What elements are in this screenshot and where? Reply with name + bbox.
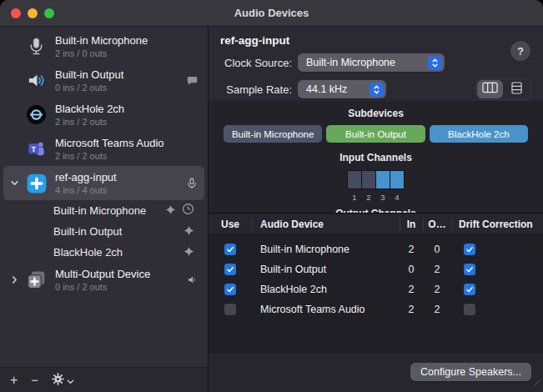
titlebar[interactable]: Audio Devices (0, 0, 543, 27)
channels-section: Subdevices Built-in Microphone Built-in … (209, 101, 543, 213)
audio-devices-window: Audio Devices Built-in Microphone 2 ins … (0, 0, 543, 392)
subdevice-item-built-in-microphone[interactable]: Built-in Microphone (3, 200, 204, 221)
help-button[interactable]: ? (511, 42, 530, 60)
device-name: Multi-Output Device (55, 267, 184, 281)
subdevice-item-built-in-output[interactable]: Built-in Output (3, 221, 204, 242)
device-name: Built-in Output (55, 68, 184, 82)
add-device-button[interactable]: + (10, 374, 18, 387)
sidebar-item-multi-output-device[interactable]: Multi-Output Device 0 ins / 2 outs (3, 263, 204, 297)
speaker-badge-icon (187, 274, 198, 285)
clock-icon (182, 203, 194, 219)
aggregate-device-icon (25, 172, 48, 194)
selected-device-title: ref-agg-input (220, 34, 531, 47)
row-device-name: Microsoft Teams Audio (252, 304, 400, 315)
actions-menu-button[interactable] (52, 373, 74, 388)
row-in-count: 2 (400, 304, 423, 315)
fullscreen-button[interactable] (44, 8, 54, 18)
subdevice-chip-blackhole-2ch[interactable]: BlackHole 2ch (430, 125, 528, 143)
drift-icon (165, 204, 176, 219)
configure-speakers-button[interactable]: Configure Speakers... (410, 363, 531, 381)
row-out-count: 0 (423, 244, 451, 255)
subdevice-name: Built-in Microphone (53, 204, 165, 217)
row-out-count: 2 (423, 284, 451, 295)
row-in-count: 2 (400, 284, 423, 295)
use-checkbox[interactable] (224, 304, 236, 315)
sidebar-item-microsoft-teams-audio[interactable]: T Microsoft Teams Audio 2 ins / 2 outs (3, 132, 204, 166)
use-checkbox[interactable] (224, 244, 236, 255)
resize-handle[interactable] (533, 375, 541, 390)
microphone-badge-icon (186, 178, 198, 189)
clock-source-popup[interactable]: Built-in Microphone (298, 53, 445, 72)
chat-bubble-icon (187, 75, 198, 86)
column-header-audio-device[interactable]: Audio Device (252, 214, 400, 235)
clock-source-label: Clock Source: (220, 57, 292, 69)
column-view-button[interactable] (477, 80, 503, 98)
device-detail: 2 ins / 0 outs (55, 48, 198, 59)
subdevice-chip-built-in-microphone[interactable]: Built-in Microphone (224, 125, 322, 143)
sidebar-item-blackhole-2ch[interactable]: BlackHole 2ch 2 ins / 2 outs (3, 98, 204, 132)
use-checkbox[interactable] (224, 264, 236, 275)
table-row[interactable]: Built-in Microphone 2 0 (209, 239, 543, 259)
column-header-use[interactable]: Use (209, 214, 252, 235)
sample-rate-label: Sample Rate: (220, 83, 292, 96)
multi-output-icon (25, 269, 48, 291)
chevron-down-icon (67, 374, 74, 387)
device-settings-section: ref-agg-input ? Clock Source: Built-in M… (209, 27, 543, 101)
sidebar-item-built-in-microphone[interactable]: Built-in Microphone 2 ins / 0 outs (3, 29, 204, 63)
channel-3 (376, 171, 390, 188)
device-detail: 2 ins / 2 outs (55, 116, 198, 128)
row-device-name: Built-in Microphone (252, 244, 400, 255)
subdevices-row: Built-in Microphone Built-in Output Blac… (209, 125, 543, 143)
drift-correction-checkbox[interactable] (464, 264, 475, 275)
drift-correction-checkbox[interactable] (464, 284, 475, 295)
sidebar-item-ref-agg-input[interactable]: ref-agg-input 4 ins / 4 outs (3, 166, 204, 200)
popup-arrows-icon (428, 56, 442, 70)
remove-device-button[interactable]: − (31, 374, 38, 386)
device-name: Microsoft Teams Audio (55, 136, 198, 150)
drift-correction-checkbox[interactable] (464, 244, 475, 255)
device-detail: 0 ins / 2 outs (55, 82, 184, 93)
row-device-name: BlackHole 2ch (252, 284, 400, 295)
input-channels-heading: Input Channels (209, 152, 543, 163)
use-checkbox[interactable] (224, 284, 236, 295)
table-row[interactable]: Built-in Output 0 2 (209, 259, 543, 279)
input-channels-meter: 1 2 3 4 (209, 169, 543, 202)
table-header: Use Audio Device In O… Drift Correction (209, 214, 543, 235)
chevron-down-icon[interactable] (3, 178, 25, 188)
close-button[interactable] (11, 8, 21, 18)
column-header-in[interactable]: In (400, 214, 423, 235)
subdevice-table-section: Use Audio Device In O… Drift Correction … (209, 213, 543, 392)
drift-correction-checkbox[interactable] (464, 304, 475, 315)
row-out-count: 2 (423, 264, 451, 275)
subdevices-heading: Subdevices (209, 108, 543, 119)
chevron-right-icon[interactable] (3, 275, 25, 284)
column-header-out[interactable]: O… (423, 214, 451, 235)
table-row[interactable]: BlackHole 2ch 2 2 (209, 279, 543, 299)
sidebar-toolbar: + − (0, 367, 208, 392)
list-view-button[interactable] (504, 80, 530, 98)
device-name: BlackHole 2ch (55, 102, 198, 116)
row-out-count: 2 (423, 304, 451, 315)
columns-icon (482, 82, 498, 97)
device-detail: 4 ins / 4 outs (55, 184, 183, 196)
table-row[interactable]: Microsoft Teams Audio 2 2 (209, 299, 543, 319)
microphone-icon (25, 35, 48, 58)
subdevice-name: BlackHole 2ch (53, 246, 184, 259)
table-body: Built-in Microphone 2 0 Built-in Output … (209, 235, 543, 319)
window-title: Audio Devices (0, 7, 543, 19)
channel-4 (390, 171, 404, 188)
minimize-button[interactable] (28, 8, 38, 18)
gear-icon (52, 373, 64, 388)
traffic-lights (11, 0, 54, 27)
drift-icon (184, 245, 194, 260)
device-name: ref-agg-input (55, 170, 183, 184)
channel-number: 4 (390, 193, 404, 202)
svg-text:T: T (32, 145, 37, 153)
sidebar-item-built-in-output[interactable]: Built-in Output 0 ins / 2 outs (3, 63, 204, 98)
sample-rate-popup[interactable]: 44.1 kHz (298, 80, 386, 98)
device-sidebar: Built-in Microphone 2 ins / 0 outs Built… (0, 27, 209, 392)
subdevice-item-blackhole-2ch[interactable]: BlackHole 2ch (3, 242, 204, 263)
row-in-count: 0 (400, 264, 423, 275)
subdevice-chip-built-in-output[interactable]: Built-in Output (326, 125, 425, 143)
column-header-drift-correction[interactable]: Drift Correction (451, 214, 543, 235)
